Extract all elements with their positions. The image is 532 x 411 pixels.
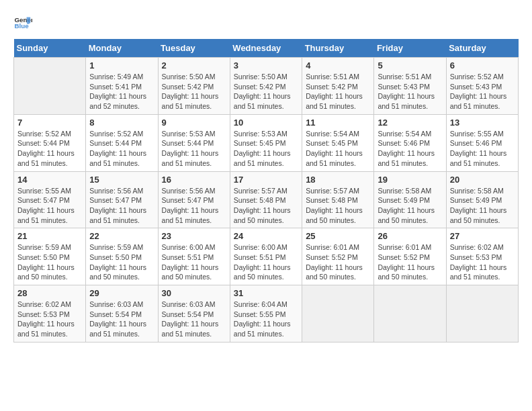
day-info: Sunrise: 5:53 AM Sunset: 5:44 PM Dayligh… <box>162 129 226 169</box>
calendar-cell: 13Sunrise: 5:55 AM Sunset: 5:46 PM Dayli… <box>446 114 518 171</box>
day-info: Sunrise: 6:02 AM Sunset: 5:53 PM Dayligh… <box>450 242 515 282</box>
day-info: Sunrise: 5:59 AM Sunset: 5:50 PM Dayligh… <box>89 242 154 282</box>
day-header-wednesday: Wednesday <box>230 39 302 58</box>
day-number: 22 <box>89 231 154 241</box>
calendar-cell: 1Sunrise: 5:49 AM Sunset: 5:41 PM Daylig… <box>86 58 158 115</box>
day-info: Sunrise: 6:03 AM Sunset: 5:54 PM Dayligh… <box>162 300 226 339</box>
day-number: 4 <box>306 60 370 71</box>
calendar-cell: 7Sunrise: 5:52 AM Sunset: 5:44 PM Daylig… <box>14 114 86 171</box>
logo: General Blue <box>13 13 32 32</box>
calendar-cell: 30Sunrise: 6:03 AM Sunset: 5:54 PM Dayli… <box>158 285 230 342</box>
day-number: 24 <box>234 231 298 241</box>
day-info: Sunrise: 5:54 AM Sunset: 5:46 PM Dayligh… <box>378 129 442 169</box>
header: General Blue <box>13 13 519 32</box>
day-number: 27 <box>450 231 515 241</box>
day-info: Sunrise: 5:59 AM Sunset: 5:50 PM Dayligh… <box>17 242 82 282</box>
day-number: 18 <box>306 175 370 185</box>
day-info: Sunrise: 5:52 AM Sunset: 5:44 PM Dayligh… <box>17 129 82 169</box>
day-number: 5 <box>378 60 442 71</box>
day-number: 7 <box>17 118 82 128</box>
day-header-thursday: Thursday <box>302 39 374 58</box>
day-number: 10 <box>234 118 298 128</box>
day-info: Sunrise: 5:58 AM Sunset: 5:49 PM Dayligh… <box>378 186 442 226</box>
day-info: Sunrise: 5:52 AM Sunset: 5:44 PM Dayligh… <box>89 129 154 169</box>
calendar-header-row: SundayMondayTuesdayWednesdayThursdayFrid… <box>14 39 519 58</box>
calendar-cell: 15Sunrise: 5:56 AM Sunset: 5:47 PM Dayli… <box>86 171 158 228</box>
day-info: Sunrise: 5:56 AM Sunset: 5:47 PM Dayligh… <box>89 186 154 226</box>
day-number: 15 <box>89 175 154 185</box>
day-info: Sunrise: 6:04 AM Sunset: 5:55 PM Dayligh… <box>234 300 298 339</box>
day-info: Sunrise: 6:00 AM Sunset: 5:51 PM Dayligh… <box>162 242 226 282</box>
day-number: 3 <box>234 60 298 71</box>
day-info: Sunrise: 5:49 AM Sunset: 5:41 PM Dayligh… <box>89 72 154 111</box>
day-number: 11 <box>306 118 370 128</box>
day-info: Sunrise: 6:01 AM Sunset: 5:52 PM Dayligh… <box>306 242 370 282</box>
day-number: 8 <box>89 118 154 128</box>
day-info: Sunrise: 5:57 AM Sunset: 5:48 PM Dayligh… <box>234 186 298 226</box>
day-number: 28 <box>17 288 82 298</box>
day-number: 14 <box>17 175 82 185</box>
calendar-cell: 10Sunrise: 5:53 AM Sunset: 5:45 PM Dayli… <box>230 114 302 171</box>
calendar-week-row: 14Sunrise: 5:55 AM Sunset: 5:47 PM Dayli… <box>14 171 519 228</box>
day-number: 29 <box>89 288 154 298</box>
day-info: Sunrise: 5:51 AM Sunset: 5:42 PM Dayligh… <box>306 72 370 111</box>
day-number: 23 <box>162 231 226 241</box>
calendar-cell: 8Sunrise: 5:52 AM Sunset: 5:44 PM Daylig… <box>86 114 158 171</box>
calendar-cell <box>302 285 374 342</box>
day-number: 6 <box>450 60 515 71</box>
calendar-cell: 31Sunrise: 6:04 AM Sunset: 5:55 PM Dayli… <box>230 285 302 342</box>
day-info: Sunrise: 5:58 AM Sunset: 5:49 PM Dayligh… <box>450 186 515 226</box>
day-info: Sunrise: 6:01 AM Sunset: 5:52 PM Dayligh… <box>378 242 442 282</box>
calendar-cell: 26Sunrise: 6:01 AM Sunset: 5:52 PM Dayli… <box>374 228 446 285</box>
calendar-cell: 20Sunrise: 5:58 AM Sunset: 5:49 PM Dayli… <box>446 171 518 228</box>
day-number: 1 <box>89 60 154 71</box>
calendar-week-row: 7Sunrise: 5:52 AM Sunset: 5:44 PM Daylig… <box>14 114 519 171</box>
calendar-cell: 3Sunrise: 5:50 AM Sunset: 5:42 PM Daylig… <box>230 58 302 115</box>
day-number: 21 <box>17 231 82 241</box>
day-info: Sunrise: 6:00 AM Sunset: 5:51 PM Dayligh… <box>234 242 298 282</box>
calendar-cell: 5Sunrise: 5:51 AM Sunset: 5:43 PM Daylig… <box>374 58 446 115</box>
day-info: Sunrise: 5:55 AM Sunset: 5:46 PM Dayligh… <box>450 129 515 169</box>
day-info: Sunrise: 6:02 AM Sunset: 5:53 PM Dayligh… <box>17 300 82 339</box>
day-header-sunday: Sunday <box>14 39 86 58</box>
day-info: Sunrise: 6:03 AM Sunset: 5:54 PM Dayligh… <box>89 300 154 339</box>
day-number: 31 <box>234 288 298 298</box>
day-info: Sunrise: 5:52 AM Sunset: 5:43 PM Dayligh… <box>450 72 515 111</box>
day-number: 19 <box>378 175 442 185</box>
calendar-cell <box>374 285 446 342</box>
day-number: 17 <box>234 175 298 185</box>
calendar-cell: 24Sunrise: 6:00 AM Sunset: 5:51 PM Dayli… <box>230 228 302 285</box>
calendar-week-row: 1Sunrise: 5:49 AM Sunset: 5:41 PM Daylig… <box>14 58 519 115</box>
day-number: 20 <box>450 175 515 185</box>
day-number: 30 <box>162 288 226 298</box>
day-header-tuesday: Tuesday <box>158 39 230 58</box>
calendar-cell: 2Sunrise: 5:50 AM Sunset: 5:42 PM Daylig… <box>158 58 230 115</box>
calendar-cell: 14Sunrise: 5:55 AM Sunset: 5:47 PM Dayli… <box>14 171 86 228</box>
calendar-cell: 9Sunrise: 5:53 AM Sunset: 5:44 PM Daylig… <box>158 114 230 171</box>
calendar-cell <box>446 285 518 342</box>
day-info: Sunrise: 5:50 AM Sunset: 5:42 PM Dayligh… <box>162 72 226 111</box>
calendar-table: SundayMondayTuesdayWednesdayThursdayFrid… <box>13 39 519 342</box>
calendar-cell: 27Sunrise: 6:02 AM Sunset: 5:53 PM Dayli… <box>446 228 518 285</box>
calendar-cell: 11Sunrise: 5:54 AM Sunset: 5:45 PM Dayli… <box>302 114 374 171</box>
calendar-cell: 21Sunrise: 5:59 AM Sunset: 5:50 PM Dayli… <box>14 228 86 285</box>
day-number: 16 <box>162 175 226 185</box>
calendar-week-row: 28Sunrise: 6:02 AM Sunset: 5:53 PM Dayli… <box>14 285 519 342</box>
day-info: Sunrise: 5:55 AM Sunset: 5:47 PM Dayligh… <box>17 186 82 226</box>
calendar-cell: 29Sunrise: 6:03 AM Sunset: 5:54 PM Dayli… <box>86 285 158 342</box>
calendar-cell: 25Sunrise: 6:01 AM Sunset: 5:52 PM Dayli… <box>302 228 374 285</box>
day-header-friday: Friday <box>374 39 446 58</box>
calendar-body: 1Sunrise: 5:49 AM Sunset: 5:41 PM Daylig… <box>14 58 519 342</box>
calendar-cell: 23Sunrise: 6:00 AM Sunset: 5:51 PM Dayli… <box>158 228 230 285</box>
day-info: Sunrise: 5:51 AM Sunset: 5:43 PM Dayligh… <box>378 72 442 111</box>
day-number: 13 <box>450 118 515 128</box>
calendar-cell: 19Sunrise: 5:58 AM Sunset: 5:49 PM Dayli… <box>374 171 446 228</box>
svg-text:Blue: Blue <box>14 22 29 30</box>
calendar-cell: 18Sunrise: 5:57 AM Sunset: 5:48 PM Dayli… <box>302 171 374 228</box>
calendar-cell: 4Sunrise: 5:51 AM Sunset: 5:42 PM Daylig… <box>302 58 374 115</box>
calendar-cell: 16Sunrise: 5:56 AM Sunset: 5:47 PM Dayli… <box>158 171 230 228</box>
day-info: Sunrise: 5:53 AM Sunset: 5:45 PM Dayligh… <box>234 129 298 169</box>
day-number: 25 <box>306 231 370 241</box>
day-info: Sunrise: 5:57 AM Sunset: 5:48 PM Dayligh… <box>306 186 370 226</box>
day-header-monday: Monday <box>86 39 158 58</box>
